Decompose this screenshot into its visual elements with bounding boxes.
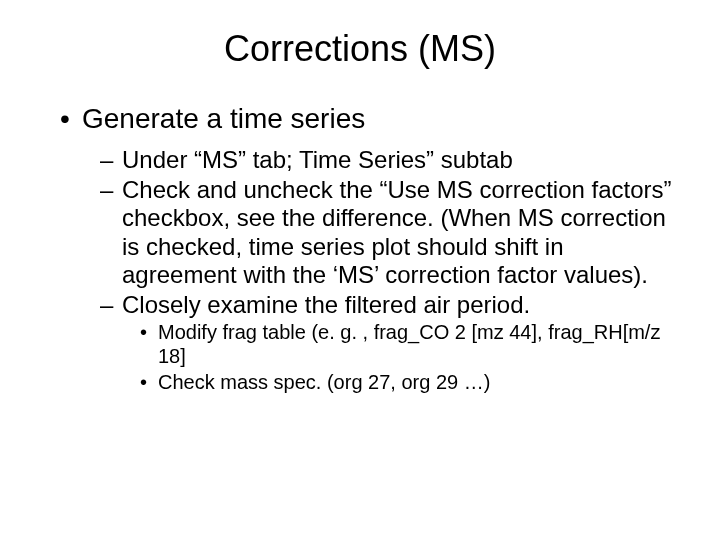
bullet-level3-text: Modify frag table (e. g. , frag_CO 2 [mz…	[158, 321, 660, 367]
bullet-level2: –Closely examine the filtered air period…	[100, 291, 680, 319]
bullet-level2: –Check and uncheck the “Use MS correctio…	[100, 176, 680, 289]
bullet-level1: •Generate a time series	[60, 102, 680, 136]
bullet-level3: •Modify frag table (e. g. , frag_CO 2 [m…	[140, 321, 680, 368]
slide: Corrections (MS) •Generate a time series…	[0, 0, 720, 540]
bullet-level1-text: Generate a time series	[82, 103, 365, 134]
bullet-dot-icon: •	[140, 321, 158, 345]
bullet-level3: •Check mass spec. (org 27, org 29 …)	[140, 371, 680, 395]
bullet-level2-text: Under “MS” tab; Time Series” subtab	[122, 146, 513, 173]
bullet-dot-icon: •	[60, 102, 82, 136]
bullet-level3-text: Check mass spec. (org 27, org 29 …)	[158, 371, 490, 393]
dash-icon: –	[100, 291, 122, 319]
dash-icon: –	[100, 176, 122, 204]
bullet-level2-text: Closely examine the filtered air period.	[122, 291, 530, 318]
slide-title: Corrections (MS)	[40, 28, 680, 70]
bullet-level2: –Under “MS” tab; Time Series” subtab	[100, 146, 680, 174]
dash-icon: –	[100, 146, 122, 174]
bullet-dot-icon: •	[140, 371, 158, 395]
bullet-level2-text: Check and uncheck the “Use MS correction…	[122, 176, 672, 288]
